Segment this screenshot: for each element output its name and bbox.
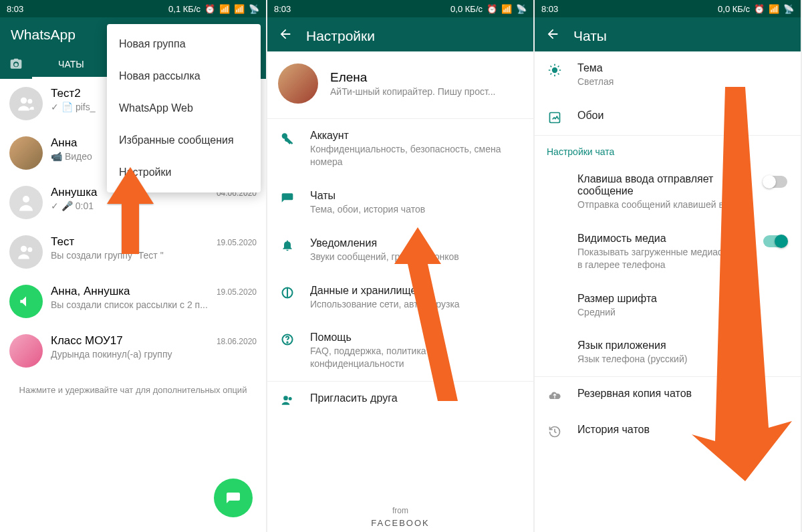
item-title: Данные и хранилище [310,285,520,297]
chat-name: Аннушка [51,186,98,199]
svg-point-13 [552,68,557,73]
chat-row[interactable]: Класс МОУ1718.06.2020 Дурында покинул(-а… [0,326,266,376]
new-chat-fab[interactable] [214,479,253,517]
camera-tab[interactable] [0,49,32,79]
status-time: 8:03 [7,4,23,14]
chat-sub: Дурында покинул(-а) группу [51,349,257,360]
menu-settings[interactable]: Настройки [107,156,261,188]
svg-point-2 [27,99,32,104]
facebook-label: FACEBOOK [267,518,533,528]
item-sub: Конфиденциальность, безопасность, смена … [310,143,520,168]
item-sub: Звуки сообщений, групп и звонков [310,251,520,263]
item-title: Уведомления [310,237,520,249]
item-sub: Отправка сообщений клавишей ввода [577,198,749,211]
menu-new-broadcast[interactable]: Новая рассылка [107,60,261,92]
overflow-menu: Новая группа Новая рассылка WhatsApp Web… [107,24,261,192]
item-title: Пригласить друга [310,392,520,404]
app-bar: Чаты [535,17,801,51]
section-header: Настройки чата [535,136,801,162]
status-bar: 8:03 0,0 КБ/с ⏰ 📶 📡 [267,0,533,17]
settings-account[interactable]: АккаунтКонфиденциальность, безопасность,… [267,119,533,179]
status-right: 0,0 КБ/с ⏰ 📶 📡 [718,4,794,14]
setting-wallpaper[interactable]: Обои [535,99,801,135]
status-right: 0,0 КБ/с ⏰ 📶 📡 [450,4,527,14]
svg-point-0 [14,63,17,66]
status-speed: 0,0 КБ/с [718,4,750,14]
tab-chats[interactable]: ЧАТЫ [32,49,110,79]
arrow-back-icon [278,27,293,41]
profile-row[interactable]: Елена АйТи-шный копирайтер. Пишу прост..… [267,51,533,118]
chat-icon [279,190,295,205]
item-title: Аккаунт [310,130,520,142]
theme-icon [547,62,563,77]
history-icon [547,424,563,438]
settings-help[interactable]: ПомощьFAQ, поддержка, политика конфиденц… [267,321,533,381]
chat-name: Класс МОУ17 [51,334,123,348]
setting-font-size[interactable]: Размер шрифтаСредний [535,282,801,329]
menu-starred[interactable]: Избранные сообщения [107,124,261,156]
settings-chats[interactable]: ЧатыТема, обои, история чатов [267,179,533,227]
status-speed: 0,0 КБ/с [450,4,483,14]
chat-time: 19.05.2020 [217,238,257,247]
status-right: 0,1 КБ/с ⏰ 📶 📶 📡 [168,4,259,14]
item-sub: FAQ, поддержка, политика конфиденциально… [310,345,520,370]
setting-backup[interactable]: Резервная копия чатов [535,377,801,413]
setting-media-visibility[interactable]: Видимость медиаПоказывать загруженные ме… [535,222,801,282]
chat-sub: ✓ 🎤 0:01 [51,201,257,211]
chat-row[interactable]: Тест19.05.2020 Вы создали группу "Тест " [0,227,266,277]
item-sub: Использование сети, автозагрузка [310,298,520,311]
avatar [9,136,43,170]
avatar [9,334,43,368]
back-button[interactable] [545,27,560,45]
chat-row[interactable]: Анна, Аннушка19.05.2020 Вы создали списо… [0,277,266,326]
item-title: Резервная копия чатов [577,388,787,400]
chat-sub: Вы создали группу "Тест " [51,250,257,261]
item-title: Обои [577,110,787,122]
chat-time: 18.06.2020 [217,337,257,346]
setting-enter-send[interactable]: Клавиша ввода отправляет сообщениеОтправ… [535,162,801,222]
group-avatar-icon [9,235,43,269]
item-title: Чаты [310,190,520,202]
hint-text: Нажмите и удерживайте чат для дополнител… [0,376,266,404]
item-title: Помощь [310,331,520,344]
screen-3-chats-settings: 8:03 0,0 КБ/с ⏰ 📶 📡 Чаты ТемаСветлая Обо… [535,0,802,532]
profile-name: Елена [330,70,495,85]
item-title: Тема [577,62,787,74]
wifi-icon: 📡 [249,4,259,14]
item-sub: Средний [577,306,787,319]
toggle-switch[interactable] [763,235,787,247]
chat-name: Анна, Аннушка [51,285,130,298]
page-title: Настройки [306,28,375,44]
bell-icon [279,237,295,252]
chat-name: Тест2 [51,87,81,100]
svg-point-11 [289,397,292,400]
back-button[interactable] [278,27,293,45]
menu-whatsapp-web[interactable]: WhatsApp Web [107,92,261,124]
svg-point-10 [283,396,288,401]
screen-1-chats: 8:03 0,1 КБ/с ⏰ 📶 📶 📡 WhatsApp ЧАТЫ Тест… [0,0,267,532]
arrow-back-icon [545,27,560,41]
data-icon [279,285,295,299]
item-title: Видимость медиа [577,233,749,245]
item-title: Клавиша ввода отправляет сообщение [577,173,749,197]
setting-theme[interactable]: ТемаСветлая [535,51,801,99]
item-sub: Светлая [577,76,787,88]
chat-sub: Вы создали список рассылки с 2 п... [51,299,257,310]
message-icon [225,490,241,506]
settings-notifications[interactable]: УведомленияЗвуки сообщений, групп и звон… [267,227,533,274]
alarm-icon: ⏰ [205,4,215,14]
setting-app-language[interactable]: Язык приложенияЯзык телефона (русский) [535,329,801,376]
group-avatar-icon [9,87,43,120]
settings-invite[interactable]: Пригласить друга [267,382,533,418]
wifi-icon: 📡 [783,4,794,14]
wifi-icon: 📡 [516,4,527,14]
menu-new-group[interactable]: Новая группа [107,28,261,60]
toggle-switch[interactable] [763,176,787,188]
key-icon [279,130,295,144]
settings-data[interactable]: Данные и хранилищеИспользование сети, ав… [267,274,533,321]
setting-history[interactable]: История чатов [535,413,801,449]
item-title: Размер шрифта [577,293,787,305]
status-bar: 8:03 0,0 КБ/с ⏰ 📶 📡 [535,0,801,17]
alarm-icon: ⏰ [487,4,497,14]
broadcast-avatar-icon [9,285,43,318]
